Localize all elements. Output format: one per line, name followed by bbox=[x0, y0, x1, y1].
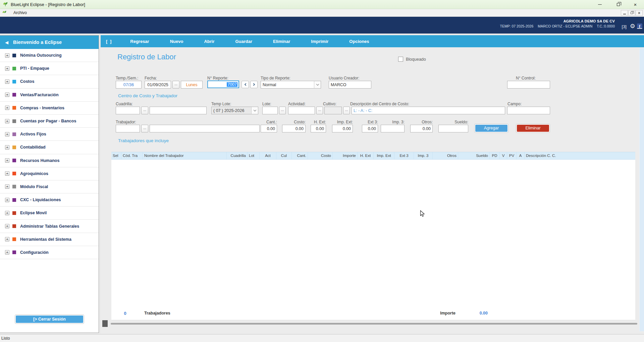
grid-body[interactable] bbox=[111, 160, 635, 320]
notifications-badge[interactable]: [3] bbox=[622, 24, 627, 29]
sidebar-item-4[interactable]: +Compras - Inventarios bbox=[0, 102, 99, 115]
trabajador-browse-button[interactable]: ... bbox=[141, 125, 148, 132]
toolbar-button-2[interactable]: Abrir bbox=[204, 39, 214, 44]
expand-plus-icon[interactable]: + bbox=[5, 132, 9, 136]
sidebar-item-3[interactable]: +Ventas/Facturación bbox=[0, 89, 99, 102]
sidebar-item-5[interactable]: +Cuentas por Pagar - Bancos bbox=[0, 115, 99, 128]
grid-col-12[interactable]: Ext 3 bbox=[394, 152, 414, 159]
trabajador-name-field[interactable] bbox=[150, 125, 260, 132]
lote-browse-button[interactable]: ... bbox=[279, 107, 286, 114]
sidebar-item-14[interactable]: +Herramientas del Sistema bbox=[0, 233, 99, 246]
toolbar-button-5[interactable]: Imprimir bbox=[311, 39, 328, 44]
cultivo-field[interactable] bbox=[324, 107, 342, 114]
grid-col-10[interactable]: H. Ext bbox=[358, 152, 374, 159]
cuadrilla-browse-button[interactable]: ... bbox=[141, 107, 148, 114]
reporte-next-button[interactable] bbox=[250, 81, 258, 88]
expand-plus-icon[interactable]: + bbox=[5, 184, 9, 189]
sidebar-item-7[interactable]: +Contabilidad bbox=[0, 141, 99, 154]
gear-icon[interactable]: ⚙ bbox=[630, 22, 635, 30]
grid-col-17[interactable]: V bbox=[500, 152, 507, 159]
expand-plus-icon[interactable]: + bbox=[5, 93, 9, 97]
logout-button[interactable]: [> Cerrar Sesión bbox=[15, 315, 84, 324]
usuario-creador-field[interactable]: MARCO bbox=[329, 81, 371, 89]
grid-col-3[interactable]: Cuadrilla bbox=[227, 152, 248, 159]
ext3-field[interactable]: 0.00 bbox=[362, 125, 378, 132]
imp-ext-field[interactable]: 0.00 bbox=[332, 125, 353, 132]
cant-field[interactable]: 0.00 bbox=[261, 125, 277, 132]
grid-col-5[interactable]: Act bbox=[260, 152, 276, 159]
expand-plus-icon[interactable]: + bbox=[5, 66, 9, 71]
grid-col-0[interactable]: Sel bbox=[111, 152, 121, 159]
grid-col-13[interactable]: Imp. 3 bbox=[414, 152, 433, 159]
window-minimize-button[interactable] bbox=[592, 0, 607, 9]
expand-plus-icon[interactable]: + bbox=[5, 145, 9, 150]
toolbar-button-1[interactable]: Nuevo bbox=[170, 39, 183, 44]
grid-col-8[interactable]: Costo bbox=[308, 152, 333, 159]
expand-plus-icon[interactable]: + bbox=[5, 53, 9, 58]
bloqueado-checkbox[interactable] bbox=[398, 57, 403, 62]
sidebar-item-6[interactable]: +Activos Fijos bbox=[0, 128, 99, 141]
grid-col-15[interactable]: Sueldo bbox=[458, 152, 490, 159]
campo-field[interactable] bbox=[507, 107, 550, 114]
imp3-field[interactable] bbox=[381, 125, 405, 132]
grid-col-4[interactable]: Lot bbox=[248, 152, 260, 159]
sidebar-item-0[interactable]: +Nómina Outsourcing bbox=[0, 49, 99, 62]
cultivo-browse-button[interactable]: ... bbox=[343, 107, 350, 114]
sidebar-item-9[interactable]: +Agroquímicos bbox=[0, 167, 99, 180]
expand-plus-icon[interactable]: + bbox=[5, 198, 9, 202]
tipo-reporte-select[interactable]: Normal bbox=[261, 81, 321, 89]
h-ext-field[interactable]: 0.00 bbox=[311, 125, 326, 132]
expand-plus-icon[interactable]: + bbox=[5, 250, 9, 254]
sidebar-item-15[interactable]: +Configuración bbox=[0, 246, 99, 259]
reporte-prev-button[interactable] bbox=[241, 81, 249, 88]
fecha-browse-button[interactable]: ... bbox=[172, 81, 179, 89]
toolbar-button-6[interactable]: Opciones bbox=[349, 39, 369, 44]
sidebar-item-12[interactable]: +Eclipse Movil bbox=[0, 207, 99, 220]
toolbar-window-icon[interactable]: [ ] bbox=[106, 39, 112, 44]
trabajador-code-field[interactable] bbox=[116, 125, 140, 132]
temp-lote-dropdown-button[interactable] bbox=[251, 107, 258, 114]
lote-field[interactable] bbox=[262, 107, 278, 114]
expand-plus-icon[interactable]: + bbox=[5, 79, 9, 84]
horizontal-scrollbar[interactable] bbox=[101, 320, 639, 327]
tipo-reporte-dropdown-button[interactable] bbox=[314, 81, 321, 88]
expand-plus-icon[interactable]: + bbox=[5, 211, 9, 215]
mdi-restore-button[interactable] bbox=[628, 10, 635, 16]
grid-col-19[interactable]: A bbox=[517, 152, 525, 159]
control-field[interactable] bbox=[507, 81, 550, 89]
sueldo-field[interactable] bbox=[438, 125, 468, 132]
grid-col-16[interactable]: PD bbox=[490, 152, 500, 159]
agregar-button[interactable]: Agregar bbox=[474, 124, 508, 133]
mdi-minimize-button[interactable] bbox=[621, 10, 628, 16]
toolbar-button-0[interactable]: Regresar bbox=[130, 39, 149, 44]
expand-plus-icon[interactable]: + bbox=[5, 106, 9, 110]
facebook-icon[interactable]: f bbox=[637, 23, 642, 29]
cuadrilla-name-field[interactable] bbox=[150, 107, 207, 114]
fecha-field[interactable]: 01/09/2025 bbox=[145, 81, 171, 89]
cuadrilla-code-field[interactable] bbox=[116, 107, 140, 114]
sidebar-item-10[interactable]: +Módulo Fiscal bbox=[0, 180, 99, 193]
sidebar-item-1[interactable]: +PTI - Empaque bbox=[0, 62, 99, 75]
grid-col-14[interactable]: Otros bbox=[433, 152, 458, 159]
grid-col-6[interactable]: Cul bbox=[276, 152, 292, 159]
grid-col-2[interactable]: Nombre del Trabajador bbox=[143, 152, 227, 159]
vertical-scrollbar[interactable] bbox=[639, 48, 644, 331]
grid-col-20[interactable]: Descripción C. C. bbox=[525, 152, 635, 159]
actividad-browse-button[interactable]: ... bbox=[316, 107, 323, 114]
temp-lote-select[interactable]: ( 07 ) 2025-2026 bbox=[211, 107, 258, 114]
descripcion-cc-field[interactable]: L: - A: - C: bbox=[352, 107, 505, 114]
grid-col-7[interactable]: Cant. bbox=[292, 152, 308, 159]
temp-sem-field[interactable]: 07/36 bbox=[116, 81, 142, 89]
grid-col-1[interactable]: Cód. Tra bbox=[121, 152, 143, 159]
grid-col-18[interactable]: PV bbox=[507, 152, 517, 159]
horizontal-scrollbar-thumb[interactable] bbox=[102, 320, 108, 327]
grid-col-9[interactable]: Importe bbox=[333, 152, 358, 159]
back-arrow-icon[interactable]: ◀ bbox=[5, 40, 8, 45]
horizontal-scrollbar-track[interactable] bbox=[111, 323, 637, 325]
otros-field[interactable]: 0.00 bbox=[410, 125, 433, 132]
costo-field[interactable]: 0.00 bbox=[282, 125, 306, 132]
expand-plus-icon[interactable]: + bbox=[5, 171, 9, 176]
mdi-close-button[interactable]: × bbox=[636, 10, 643, 16]
toolbar-button-4[interactable]: Eliminar bbox=[273, 39, 290, 44]
sidebar-item-2[interactable]: +Costos bbox=[0, 75, 99, 88]
